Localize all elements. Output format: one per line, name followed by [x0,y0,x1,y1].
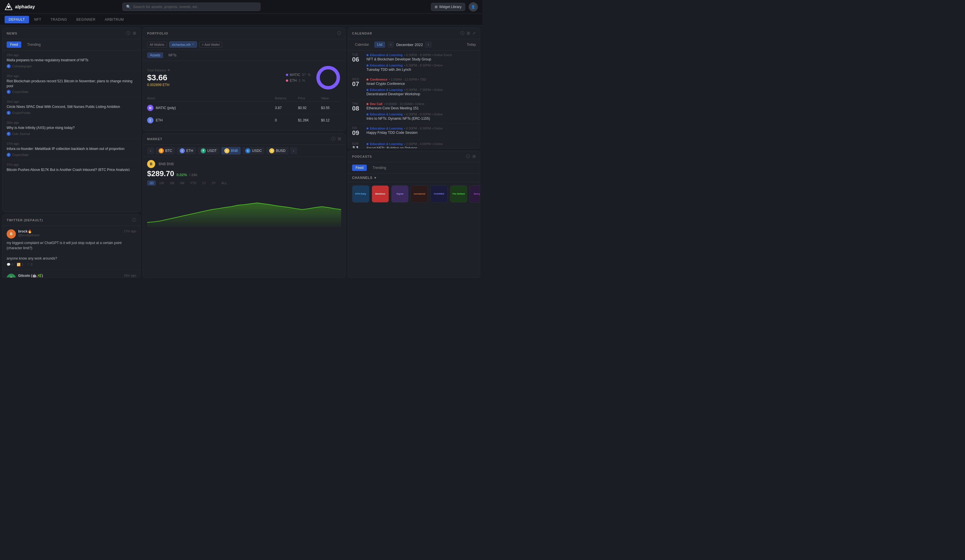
news-item-time: 36m ago [7,121,136,124]
channel-card-4[interactable]: CHAINED [430,185,448,202]
cal-day-number: 06 [352,56,364,63]
calendar-event[interactable]: Education & Learning • 6:30PM - 8:30PM •… [366,113,476,121]
table-row[interactable]: M MATIC (poly) 3.87 $0.92 $3.55 [147,102,341,114]
market-chart-svg [147,188,341,228]
news-item[interactable]: 26m ago Circle Nixes SPAC Deal With Conc… [3,97,140,118]
calendar-expand-icon[interactable]: ⤢ [473,31,476,36]
event-dot [366,78,368,81]
tweet-like-icon[interactable]: ♡ 3 [27,263,32,266]
logo: alphaday [5,3,35,11]
channel-card-5[interactable]: The Defiant [450,185,467,202]
time-tab-3m[interactable]: 3M [178,180,186,186]
market-info-icon[interactable]: ⓘ [331,136,335,142]
table-row[interactable]: Ξ ETH 0 $1.26K $0.12 [147,114,341,127]
calendar-today-button[interactable]: Today [467,42,476,47]
channel-card-3[interactable]: unchained [411,185,428,202]
news-item[interactable]: 37m ago Bitcoin Pushes Above $17K But is… [3,160,140,171]
news-tab-trending[interactable]: Trending [24,41,44,48]
coin-chip-busd[interactable]: B BUSD [266,147,288,155]
coins-next-button[interactable]: › [290,147,297,154]
calendar-info-icon[interactable]: ⓘ [460,31,465,36]
channels-header[interactable]: CHANNELS ▾ [348,173,480,183]
calendar-next-button[interactable]: › [425,41,432,48]
calendar-event[interactable]: Education & Learning • 6:30PM - 8:30PM •… [366,53,476,61]
news-item[interactable]: 37m ago Infura co-founder: MetaMask IP c… [3,139,140,160]
widget-library-button[interactable]: ⊞ Widget Library [431,3,465,11]
news-grid-icon[interactable]: ⊞ [133,31,136,36]
tab-beginner[interactable]: BEGINNER [72,16,100,23]
channel-card-2[interactable]: Signal [391,185,409,202]
calendar-prev-button[interactable]: ‹ [388,41,394,48]
news-info-icon[interactable]: ⓘ [126,31,131,36]
event-category: Education & Learning [370,127,403,130]
channel-card-0[interactable]: ETH Daily [352,185,370,202]
coin-chip-usdt[interactable]: ₮ USDT [198,147,220,155]
all-wallets-button[interactable]: All Wallets [147,42,167,47]
tab-arbitrum[interactable]: ARBITRUM [101,16,128,23]
coins-prev-button[interactable]: ‹ [147,147,154,154]
twitter-info-icon[interactable]: ⓘ [132,217,136,223]
coin-chip-btc[interactable]: ₿ BTC [156,147,175,155]
portfolio-info-icon[interactable]: ⓘ [337,31,341,36]
coin-label: USDC [252,149,262,153]
tweet-reply-icon[interactable]: 💬 0 [7,263,13,266]
podcasts-title: PODCASTS [352,155,372,158]
tab-default[interactable]: DEFAULT [5,16,29,23]
podcast-tab-feed[interactable]: Feed [352,165,367,171]
time-tab-1m[interactable]: 1M [168,180,177,186]
time-tab-all[interactable]: ALL [219,180,229,186]
source-icon: C [7,90,11,94]
news-tab-feed[interactable]: Feed [7,41,21,48]
source-icon: C [7,111,11,115]
time-tab-1d[interactable]: 1D [147,180,156,186]
portfolio-tab-assets[interactable]: Assets [147,52,163,58]
widget-library-icon: ⊞ [435,5,438,9]
calendar-header-actions: ⓘ ⊞ ⤢ [460,31,476,36]
coin-icon: ₿ [159,148,164,153]
asset-price: $1.26K [298,118,321,122]
time-tab-3y[interactable]: 3Y [209,180,218,186]
portfolio-tab-nfts[interactable]: NFTs [165,52,179,58]
calendar-nav-row: Calendar List ‹ December 2022 › Today [348,39,480,51]
time-tab-ytd[interactable]: YTD [188,180,199,186]
podcasts-header-actions: ⓘ ⊞ [466,154,476,159]
news-widget: NEWS ⓘ ⊞ Feed Trending 25m ago Malta pre… [2,28,141,212]
avatar-button[interactable]: 👤 [469,2,478,11]
calendar-grid-icon[interactable]: ⊞ [467,31,470,36]
calendar-event[interactable]: Education & Learning • 6:30PM - 8:30PM •… [366,64,476,72]
tweet-actions: 💬 0 🔁 1 ♡ 3 [7,263,136,266]
source-name: Coin Journal [12,132,30,136]
time-tab-1w[interactable]: 1W [157,180,167,186]
calendar-event[interactable]: Education & Learning • 5:30PM - 7:30PM •… [366,88,476,96]
news-item[interactable]: 26m ago Riot Blockchain produces record … [3,71,140,97]
calendar-event[interactable]: Dev Call • 9:00AM - 10:30AM • Online Eth… [366,102,476,110]
tweet-retweet-icon[interactable]: 🔁 1 [17,263,23,266]
market-widget: MARKET ⓘ ⊞ ‹ ₿ BTC Ξ ETH ₮ USDT B BNB C … [143,133,345,278]
news-item[interactable]: 36m ago Why is Axie Infinity (AXS) price… [3,118,140,139]
wallet-close-icon[interactable]: ✕ [192,42,194,46]
calendar-event[interactable]: Conference • 1:00AM - 12:00PM • TBD Isra… [366,78,476,86]
calendar-event[interactable]: Education & Learning • 2:00PM - 4:00PM •… [366,142,476,148]
podcast-tab-trending[interactable]: Trending [369,165,389,171]
coin-chip-bnb[interactable]: B BNB [221,147,241,155]
tweet: B brock🔥 @brockjelmore 17m ago my bigges… [3,226,140,270]
portfolio-body: Total Balance 👁 $3.66 0.002899 ETH MATIC… [143,61,345,95]
coin-chip-usdc[interactable]: C USDC [242,147,265,155]
search-bar[interactable]: 🔍 Search for assets, projects, events, e… [123,3,260,11]
news-item-time: 37m ago [7,142,136,145]
time-tab-1y[interactable]: 1Y [200,180,208,186]
podcasts-grid-icon[interactable]: ⊞ [473,154,476,159]
add-wallet-button[interactable]: + Add Wallet [199,42,222,47]
podcasts-info-icon[interactable]: ⓘ [466,154,470,159]
coin-chip-eth[interactable]: Ξ ETH [177,147,196,155]
calendar-view-calendar[interactable]: Calendar [352,41,372,48]
calendar-event[interactable]: Education & Learning • 6:30PM - 8:30PM •… [366,127,476,135]
channel-card-1[interactable]: Bankless [372,185,389,202]
selected-coin-icon: B [147,160,155,168]
market-grid-icon[interactable]: ⊞ [338,136,341,142]
tab-trading[interactable]: TRADING [46,16,71,23]
news-item[interactable]: 25m ago Malta prepares to revise regulat… [3,51,140,71]
calendar-view-list[interactable]: List [374,41,386,48]
tab-nft[interactable]: NFT [30,16,46,23]
channel-card-6[interactable]: Decrypt [469,185,480,202]
